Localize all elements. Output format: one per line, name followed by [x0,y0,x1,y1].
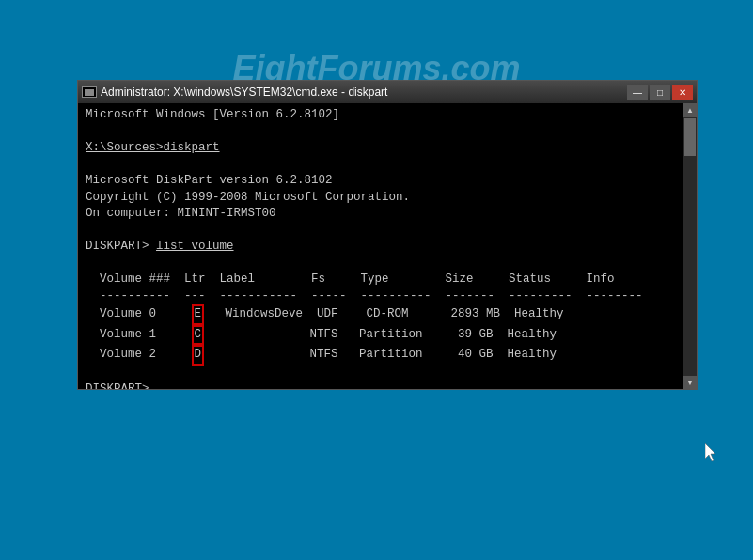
mouse-cursor [705,443,720,466]
console-prompt: DISKPART> _ [86,381,678,389]
console-header: Volume ### Ltr Label Fs Type Size Status… [86,272,678,288]
console-line-3: X:\Sources>diskpart [86,140,678,157]
console-vol2: Volume 2 D NTFS Partition 40 GB Healthy [86,345,678,366]
scroll-up-arrow[interactable]: ▲ [683,103,697,117]
console-line-7: On computer: MININT-IRMST00 [86,206,678,223]
console-line-5: Microsoft DiskPart version 6.2.8102 [86,173,678,190]
console-line-1: Microsoft Windows [Version 6.2.8102] [86,107,678,124]
console-vol0: Volume 0 E WindowsDeve UDF CD-ROM 2893 M… [86,304,678,325]
close-button[interactable]: ✕ [672,85,693,100]
console-content: Microsoft Windows [Version 6.2.8102] X:\… [78,103,697,389]
minimize-button[interactable]: — [627,85,648,100]
window-title: Administrator: X:\windows\SYSTEM32\cmd.e… [101,86,387,99]
console-line-2 [86,124,678,141]
console-divider: ---------- --- ----------- ----- -------… [86,288,678,305]
cmd-window: Administrator: X:\windows\SYSTEM32\cmd.e… [77,80,698,390]
console-line-6: Copyright (C) 1999-2008 Microsoft Corpor… [86,190,678,207]
console-vol1: Volume 1 C NTFS Partition 39 GB Healthy [86,325,678,346]
scroll-thumb[interactable] [684,118,696,156]
window-icon [82,86,97,98]
maximize-button[interactable]: □ [650,85,670,100]
svg-marker-0 [705,443,715,461]
console-line-8 [86,223,678,240]
console-line-10 [86,256,678,272]
console-line-9: DISKPART> list volume [86,239,678,256]
scroll-down-arrow[interactable]: ▼ [683,376,697,389]
title-bar: Administrator: X:\windows\SYSTEM32\cmd.e… [78,81,697,103]
scrollbar[interactable]: ▲ ▼ [683,103,697,389]
console-line-4 [86,157,678,174]
console-blank [86,366,678,382]
